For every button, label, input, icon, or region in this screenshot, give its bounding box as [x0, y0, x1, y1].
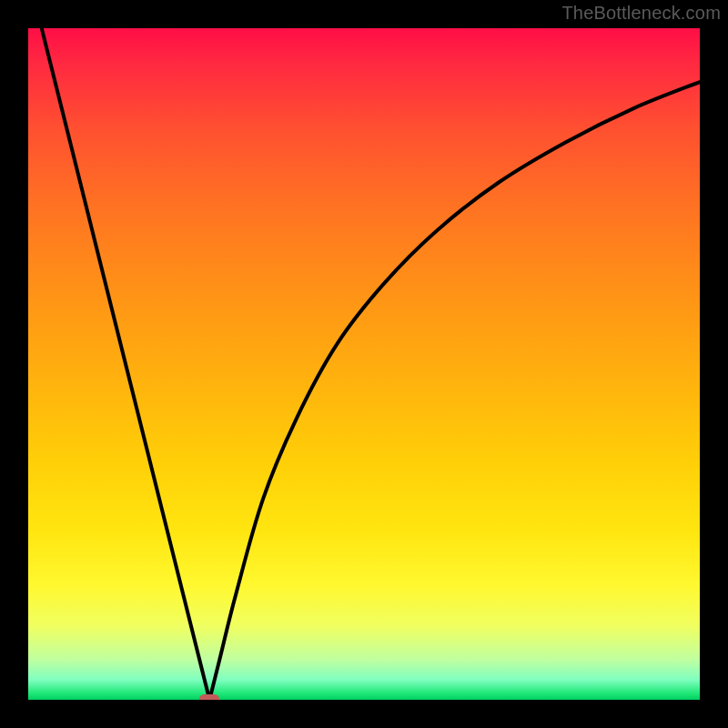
chart-frame: TheBottleneck.com [0, 0, 728, 728]
bottleneck-curve [28, 28, 700, 700]
optimal-marker [199, 694, 219, 701]
plot-area [28, 28, 700, 700]
attribution-text: TheBottleneck.com [561, 3, 721, 24]
